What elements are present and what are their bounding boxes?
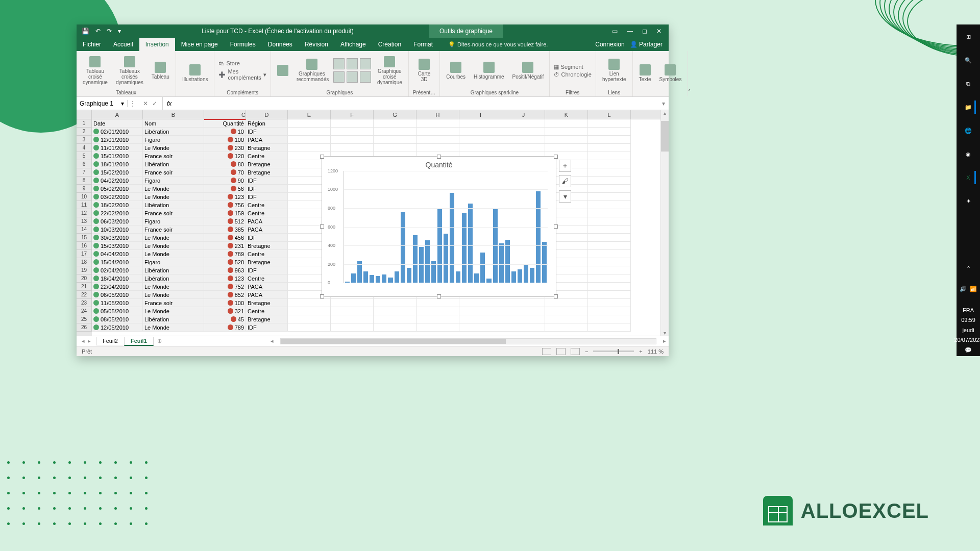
data-cell[interactable]: 12/05/2010: [92, 323, 143, 332]
signin-link[interactable]: Connexion: [595, 41, 624, 48]
data-cell[interactable]: Centre: [246, 201, 288, 209]
data-cell[interactable]: 90: [204, 177, 246, 185]
data-cell[interactable]: 100: [204, 136, 246, 144]
table-button[interactable]: Tableau: [150, 61, 172, 81]
data-cell[interactable]: 852: [204, 291, 246, 299]
zoom-out-button[interactable]: −: [585, 348, 588, 355]
save-icon[interactable]: 💾: [82, 28, 89, 35]
sheet-nav-prev-icon[interactable]: ◂: [82, 338, 85, 344]
sparkline-line-button[interactable]: Courbes: [444, 61, 468, 81]
hscroll-left-icon[interactable]: ◂: [268, 338, 276, 344]
chart-bar[interactable]: [493, 209, 498, 283]
data-cell[interactable]: 06/05/2010: [92, 291, 143, 299]
chart-bar[interactable]: [425, 240, 430, 283]
qat-dropdown-icon[interactable]: ▾: [118, 28, 121, 35]
data-cell[interactable]: 512: [204, 217, 246, 226]
data-cell[interactable]: IDF: [246, 185, 288, 193]
zoom-slider[interactable]: [593, 350, 634, 352]
data-cell[interactable]: 22/04/2010: [92, 283, 143, 291]
data-cell[interactable]: Bretagne: [246, 144, 288, 152]
chart-bar[interactable]: [413, 235, 418, 283]
sheet-nav-next-icon[interactable]: ▸: [88, 338, 91, 344]
tab-revision[interactable]: Révision: [299, 38, 334, 51]
resize-handle[interactable]: [437, 155, 441, 159]
data-cell[interactable]: France soir: [143, 152, 204, 160]
tab-creation[interactable]: Création: [372, 38, 407, 51]
slicer-button[interactable]: ▦ Segment: [554, 64, 592, 70]
data-cell[interactable]: Le Monde: [143, 242, 204, 250]
data-cell[interactable]: 231: [204, 242, 246, 250]
data-cell[interactable]: France soir: [143, 168, 204, 177]
data-cell[interactable]: 70: [204, 168, 246, 177]
header-cell[interactable]: Région: [246, 119, 288, 128]
data-cell[interactable]: Le Monde: [143, 185, 204, 193]
resize-handle[interactable]: [554, 224, 558, 229]
tab-formules[interactable]: Formules: [224, 38, 262, 51]
formula-input[interactable]: [176, 97, 658, 110]
chart-bar[interactable]: [505, 240, 510, 283]
vertical-scrollbar[interactable]: ▴ ▾: [660, 110, 669, 336]
resize-handle[interactable]: [320, 155, 324, 159]
chart-bar[interactable]: [518, 269, 522, 283]
chart-bar[interactable]: [536, 191, 541, 283]
data-cell[interactable]: Libération: [143, 274, 204, 283]
chevron-down-icon[interactable]: ▾: [121, 100, 124, 107]
scroll-thumb[interactable]: [661, 121, 669, 152]
data-cell[interactable]: Libération: [143, 315, 204, 323]
data-cell[interactable]: 22/02/2010: [92, 209, 143, 217]
recommended-charts-button[interactable]: Graphiques recommandés: [295, 58, 329, 83]
column-headers[interactable]: A B C D E F G H I J K L: [77, 110, 660, 119]
data-cell[interactable]: Le Monde: [143, 283, 204, 291]
data-cell[interactable]: 04/04/2010: [92, 250, 143, 258]
tab-accueil[interactable]: Accueil: [107, 38, 139, 51]
tab-donnees[interactable]: Données: [262, 38, 299, 51]
data-cell[interactable]: 45: [204, 315, 246, 323]
data-cell[interactable]: Bretagne: [246, 258, 288, 266]
chart-bar[interactable]: [407, 268, 411, 283]
tab-format[interactable]: Format: [407, 38, 439, 51]
chart-bar[interactable]: [474, 273, 479, 283]
chart-bar[interactable]: [462, 213, 467, 283]
data-cell[interactable]: Figaro: [143, 217, 204, 226]
data-cell[interactable]: Libération: [143, 160, 204, 168]
myaddins-button[interactable]: ➕Mes compléments ▾: [218, 68, 266, 81]
header-cell[interactable]: Nom: [143, 119, 204, 128]
data-cell[interactable]: Le Monde: [143, 234, 204, 242]
excel-taskbar-icon[interactable]: X: [962, 171, 974, 184]
data-cell[interactable]: 752: [204, 283, 246, 291]
scroll-down-icon[interactable]: ▾: [661, 330, 669, 336]
bing-maps-button[interactable]: [275, 64, 290, 77]
sparkline-column-button[interactable]: Histogramme: [472, 61, 506, 81]
data-cell[interactable]: PACA: [246, 136, 288, 144]
data-cell[interactable]: 11/05/2010: [92, 299, 143, 307]
data-cell[interactable]: Bretagne: [246, 315, 288, 323]
select-all[interactable]: [77, 110, 92, 119]
data-cell[interactable]: 15/02/2010: [92, 168, 143, 177]
text-button[interactable]: Texte: [637, 63, 653, 83]
pivotchart-button[interactable]: Graphique croisé dynamique: [375, 55, 404, 86]
data-cell[interactable]: IDF: [246, 193, 288, 201]
wifi-icon[interactable]: 📶: [970, 286, 977, 292]
data-cell[interactable]: France soir: [143, 226, 204, 234]
search-taskbar-icon[interactable]: 🔍: [962, 54, 974, 66]
data-cell[interactable]: 02/04/2010: [92, 266, 143, 274]
sparkline-winloss-button[interactable]: Positif/Négatif: [510, 61, 545, 81]
chart-bar[interactable]: [363, 271, 368, 283]
data-cell[interactable]: 789: [204, 323, 246, 332]
data-cell[interactable]: Le Monde: [143, 250, 204, 258]
data-cell[interactable]: 123: [204, 274, 246, 283]
data-cell[interactable]: 80: [204, 160, 246, 168]
chart-bar[interactable]: [486, 279, 491, 283]
data-cell[interactable]: 12/01/2010: [92, 136, 143, 144]
data-cell[interactable]: IDF: [246, 266, 288, 274]
data-cell[interactable]: France soir: [143, 209, 204, 217]
data-cell[interactable]: PACA: [246, 283, 288, 291]
fx-icon[interactable]: fx: [163, 100, 176, 107]
chart-type-gallery[interactable]: [333, 58, 371, 83]
data-cell[interactable]: Le Monde: [143, 144, 204, 152]
collapse-ribbon-icon[interactable]: ˄: [688, 51, 691, 96]
data-cell[interactable]: Centre: [246, 274, 288, 283]
symbols-button[interactable]: Symboles: [657, 63, 683, 83]
hscroll-thumb[interactable]: [281, 339, 506, 344]
chart-bar[interactable]: [511, 271, 516, 283]
